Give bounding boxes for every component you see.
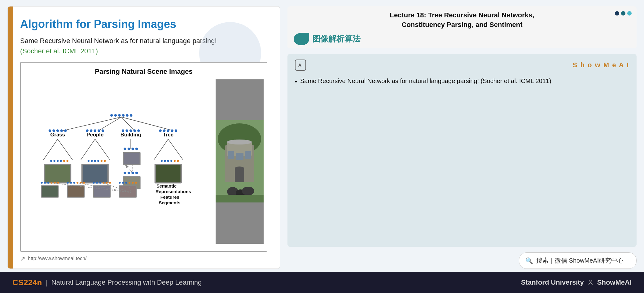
svg-text:Features: Features xyxy=(160,195,179,200)
slide-title: Algorithm for Parsing Images xyxy=(20,18,267,31)
bullet-text: Same Recursive Neural Network as for nat… xyxy=(300,76,551,87)
diagram-box: Parsing Natural Scene Images xyxy=(20,62,267,252)
svg-point-20 xyxy=(53,160,55,162)
svg-point-75 xyxy=(164,160,166,162)
slide-accent-bar xyxy=(8,7,13,269)
svg-line-33 xyxy=(81,139,95,160)
right-panel: Lecture 18: Tree Recursive Neural Networ… xyxy=(287,6,637,269)
svg-line-7 xyxy=(99,117,121,131)
svg-text:People: People xyxy=(86,132,103,138)
svg-point-40 xyxy=(101,160,103,162)
lecture-title: Lecture 18: Tree Recursive Neural Networ… xyxy=(294,11,630,30)
x-separator: X xyxy=(588,278,593,286)
slide-panel: Algorithm for Parsing Images Same Recurs… xyxy=(7,6,280,269)
svg-text:Representations: Representations xyxy=(156,189,191,194)
search-bar[interactable]: 🔍 搜索｜微信 ShowMeAI研究中心 xyxy=(519,252,637,269)
ai-icon: AI xyxy=(295,60,306,71)
slide-subtitle: Same Recursive Neural Network as for nat… xyxy=(20,36,267,46)
svg-rect-26 xyxy=(45,165,70,182)
svg-point-109 xyxy=(129,182,130,184)
svg-point-91 xyxy=(70,182,72,184)
svg-text:Grass: Grass xyxy=(50,132,65,138)
stanford-text: Stanford University xyxy=(521,278,584,286)
svg-point-110 xyxy=(132,182,134,184)
diagram-title: Parsing Natural Scene Images xyxy=(24,68,264,76)
svg-point-92 xyxy=(73,182,75,184)
slide-reference: (Socher et al. ICML 2011) xyxy=(20,47,267,55)
svg-point-59 xyxy=(124,171,126,174)
svg-point-21 xyxy=(57,160,59,162)
scene-photo xyxy=(216,79,264,244)
svg-point-65 xyxy=(159,129,161,132)
svg-point-78 xyxy=(174,160,176,162)
svg-rect-133 xyxy=(236,153,243,160)
bullet-item: • Same Recursive Neural Network as for n… xyxy=(295,76,629,87)
svg-point-82 xyxy=(41,182,43,184)
svg-point-38 xyxy=(94,160,96,162)
bottom-left: CS224n | Natural Language Processing wit… xyxy=(12,278,202,287)
svg-point-102 xyxy=(106,182,107,184)
svg-point-53 xyxy=(131,148,134,150)
svg-point-0 xyxy=(110,114,113,117)
lecture-decoration: 图像解析算法 xyxy=(294,33,630,45)
svg-point-36 xyxy=(88,160,90,162)
svg-point-99 xyxy=(96,182,98,184)
svg-line-114 xyxy=(50,183,131,192)
svg-line-6 xyxy=(63,117,121,131)
svg-text:Tree: Tree xyxy=(163,132,174,138)
svg-point-22 xyxy=(60,160,62,162)
svg-line-17 xyxy=(58,139,72,160)
bullet-marker: • xyxy=(295,76,297,87)
svg-point-111 xyxy=(135,182,137,184)
url-text: http://www.showmeai.tech/ xyxy=(28,256,86,261)
svg-point-83 xyxy=(44,182,46,184)
card-header: AI S h o w M e A I xyxy=(295,60,629,71)
dot-3 xyxy=(627,11,632,16)
cursor-icon: ↗ xyxy=(20,255,25,262)
svg-point-4 xyxy=(126,114,128,117)
svg-rect-43 xyxy=(83,165,107,182)
svg-point-136 xyxy=(242,187,254,195)
search-icon: 🔍 xyxy=(525,257,533,264)
svg-point-19 xyxy=(50,160,52,162)
svg-point-107 xyxy=(122,182,124,184)
svg-point-60 xyxy=(128,171,130,174)
tree-area: Grass xyxy=(24,79,216,244)
search-text: 搜索｜微信 ShowMeAI研究中心 xyxy=(536,256,624,265)
svg-point-52 xyxy=(128,148,130,150)
svg-point-74 xyxy=(161,160,163,162)
svg-point-79 xyxy=(177,160,179,162)
svg-rect-97 xyxy=(68,186,84,197)
svg-point-106 xyxy=(119,182,120,184)
svg-text:Segments: Segments xyxy=(159,200,180,205)
svg-point-128 xyxy=(227,140,252,144)
svg-point-77 xyxy=(170,160,172,162)
svg-rect-81 xyxy=(156,165,181,182)
svg-point-24 xyxy=(66,160,68,162)
course-divider: | xyxy=(46,278,47,287)
svg-point-23 xyxy=(63,160,65,162)
svg-point-61 xyxy=(131,171,134,174)
teal-decoration xyxy=(294,33,309,45)
svg-point-5 xyxy=(130,114,132,117)
svg-rect-89 xyxy=(42,186,58,197)
svg-line-16 xyxy=(43,139,58,160)
bottom-right: Stanford University X ShowMeAI xyxy=(521,278,632,286)
header-dots xyxy=(615,11,632,16)
url-bar: ↗ http://www.showmeai.tech/ xyxy=(20,255,267,262)
svg-text:Building: Building xyxy=(120,132,141,138)
svg-point-41 xyxy=(104,160,106,162)
lecture-subtitle-chinese: 图像解析算法 xyxy=(312,33,361,44)
bottom-bar: CS224n | Natural Language Processing wit… xyxy=(0,272,644,293)
course-code: CS224n xyxy=(12,278,42,287)
showmeai-footer-text: ShowMeAI xyxy=(597,278,632,286)
svg-point-84 xyxy=(47,182,49,184)
svg-point-51 xyxy=(124,148,126,150)
svg-point-90 xyxy=(67,182,68,184)
svg-rect-131 xyxy=(228,151,234,159)
tree-svg: Grass xyxy=(24,79,216,244)
svg-line-72 xyxy=(168,139,183,160)
svg-point-130 xyxy=(235,166,244,170)
svg-point-1 xyxy=(114,114,117,117)
dot-2 xyxy=(621,11,625,16)
